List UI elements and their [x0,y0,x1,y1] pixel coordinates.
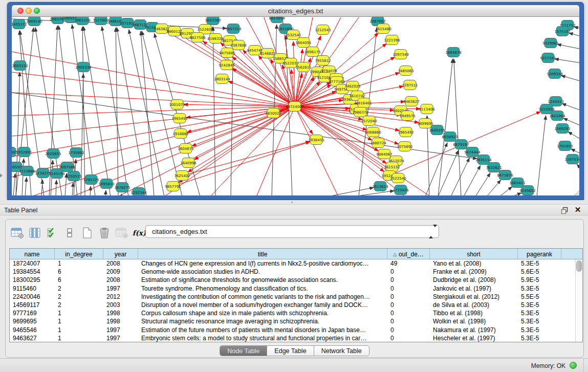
graph-node[interactable]: 9242845 [219,60,234,70]
graph-node[interactable]: 1949575 [399,111,415,121]
graph-node[interactable]: 9884067 [376,149,392,159]
graph-node[interactable]: 1209358 [547,69,562,79]
delete-column-icon[interactable] [97,226,112,240]
graph-node[interactable]: 1405572 [12,19,27,29]
graph-node[interactable]: 1965493 [171,114,187,123]
graph-node[interactable]: 2069140 [26,17,42,26]
graph-node[interactable]: 1615480 [375,24,391,34]
graph-node[interactable]: 1001073 [169,100,185,110]
create-column-icon[interactable] [79,226,95,240]
function-builder-icon[interactable]: f(x) [132,226,147,240]
graph-node[interactable]: 1065326 [74,17,91,25]
graph-node[interactable]: 1916682 [172,129,188,139]
graph-node[interactable]: 1292344 [130,188,147,196]
row-height-icon[interactable] [62,226,77,240]
graph-node[interactable]: 1575107 [554,27,570,36]
graph-node[interactable]: 1640195 [429,125,445,135]
table-row[interactable]: 1938455462009Genome-wide association stu… [10,268,575,276]
graph-node[interactable]: 1664091 [295,38,311,48]
tab-node-table[interactable]: Node Table [220,345,267,356]
graph-node[interactable]: 1701650 [557,141,573,151]
graph-node[interactable]: 8186328 [207,34,223,43]
graph-node[interactable]: 1604675 [178,144,193,154]
graph-node[interactable]: 9245652 [519,186,535,195]
tab-edge-table[interactable]: Edge Table [267,345,314,356]
graph-node[interactable]: 9113406 [419,104,435,114]
table-row[interactable]: 1872400712008Changes of HCN gene express… [10,259,575,268]
graph-node[interactable]: 1250515 [66,171,81,181]
vertical-scrollbar[interactable] [575,259,582,342]
graph-node[interactable]: 9475685 [219,48,235,58]
graph-node[interactable]: 2005334 [75,62,92,72]
table-row[interactable]: 946362711997Embryonic stem cells: a mode… [10,334,575,342]
graph-node[interactable]: 1212543 [315,25,331,35]
graph-node[interactable]: 8938923 [442,132,458,142]
panel-splitter[interactable] [0,200,588,204]
graph-node[interactable]: 7955812 [315,56,331,65]
select-all-icon[interactable] [45,226,60,240]
graph-node[interactable]: 9827506 [189,33,206,42]
column-header-pagerank[interactable]: pagerank [518,249,561,259]
graph-node[interactable]: 1696175 [304,47,320,57]
graph-node[interactable]: 1678275 [114,183,130,192]
graph-node[interactable]: 1569293 [554,124,570,134]
graph-node[interactable]: 1572040 [361,116,377,126]
graph-node[interactable]: 7986372 [352,107,368,117]
scrollbar-thumb[interactable] [576,260,582,272]
graph-node[interactable]: 1965492 [398,127,413,137]
graph-node[interactable]: 1068860 [365,127,381,137]
table-row[interactable]: 969969511998Structural magnetic resonanc… [10,317,575,325]
column-header-year[interactable]: year [103,249,138,259]
graph-node[interactable]: 7632621 [486,163,502,172]
graph-node[interactable]: 1735992 [68,148,84,158]
show-columns-icon[interactable] [27,226,42,240]
graph-node[interactable]: 1603380 [205,17,221,25]
graph-node[interactable]: 1733426 [393,185,409,195]
network-view-canvas[interactable]: 1405572206914020837831005533106532615276… [12,17,579,195]
table-mode-icon[interactable] [10,226,25,240]
graph-node[interactable]: 9329965 [542,38,558,48]
graph-node[interactable]: 1167534 [564,155,579,164]
graph-node[interactable]: 8471676 [497,170,513,180]
graph-node[interactable]: 6879197 [453,140,469,149]
graph-node[interactable]: 7625402 [174,171,190,181]
column-header-name[interactable]: name [10,249,55,259]
table-row[interactable]: 1830029562008Estimation of significance … [10,276,575,284]
graph-node[interactable]: 2020655 [45,149,61,159]
graph-node[interactable]: 1621064 [549,111,565,121]
graph-node[interactable]: 1075692 [397,142,412,151]
graph-node[interactable]: 1115686 [19,166,35,176]
collapse-arrow-icon[interactable] [0,173,3,178]
graph-node[interactable]: 1938455 [308,135,324,145]
graph-node[interactable]: 1097349 [393,50,408,59]
graph-node[interactable]: 1952891 [16,147,32,157]
column-header-title[interactable]: title [138,249,387,259]
table-row[interactable]: 946554611997Estimation of the future num… [10,326,575,334]
graph-node[interactable]: 9899695 [417,119,433,128]
citation-graph[interactable]: 1405572206914020837831005533106532615276… [12,17,579,195]
memory-indicator-icon[interactable] [570,362,577,369]
graph-node[interactable]: 1297511 [402,80,418,90]
graph-node[interactable]: 1221396 [384,35,400,45]
network-window[interactable]: citations_edges.txt 14055722069140208378… [7,2,584,200]
graph-node[interactable]: 1527602 [93,17,108,25]
table-row[interactable]: 911546021997Tourette syndrome. Phenomeno… [10,285,575,293]
graph-node[interactable]: 1816461 [356,98,372,108]
graph-node[interactable]: 1640998 [180,158,196,168]
graph-node[interactable]: 1830022 [265,108,281,118]
graph-node[interactable]: 9857791 [165,182,181,191]
close-panel-icon[interactable]: ✕ [574,206,582,214]
graph-node[interactable]: 2522540 [390,173,406,183]
graph-node[interactable]: 7462025 [344,81,360,91]
table-row[interactable]: 1456911722003Disruption of a novel membe… [10,301,575,309]
graph-node[interactable]: 2367608 [230,40,246,50]
graph-node[interactable]: 1562615 [295,62,311,72]
graph-node[interactable]: 2803144 [214,74,230,84]
table-row[interactable]: 2242004622012Investigating the contribut… [10,293,575,301]
graph-node[interactable]: 1613614 [372,182,388,191]
graph-node[interactable]: 1795725 [83,175,99,185]
graph-node[interactable]: 7857224 [225,24,242,34]
graph-node[interactable]: 9227341 [540,53,556,63]
graph-node[interactable]: 1615152 [384,162,400,172]
column-header-in_degree[interactable]: in_degree [55,249,103,259]
